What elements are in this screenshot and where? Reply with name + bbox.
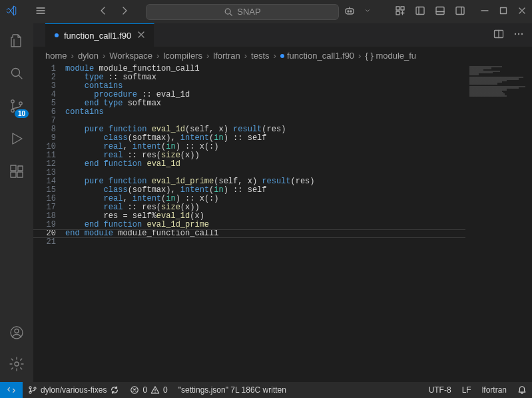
code-line[interactable]: end type softmax <box>65 99 465 108</box>
breadcrumb-symbol[interactable]: { } module_fu <box>365 51 416 61</box>
copilot-icon[interactable] <box>344 5 355 18</box>
activity-extensions[interactable] <box>9 163 25 181</box>
activity-search[interactable] <box>9 65 25 83</box>
chevron-right-icon: › <box>358 51 361 61</box>
code-content[interactable]: module module_function_call1 type :: sof… <box>65 63 465 382</box>
app-menu-icon[interactable] <box>35 5 46 18</box>
vscode-logo-icon <box>5 5 17 19</box>
svg-point-2 <box>348 11 349 12</box>
chevron-right-icon: › <box>156 51 159 61</box>
sync-icon <box>110 385 119 395</box>
svg-rect-8 <box>436 7 444 15</box>
svg-point-24 <box>518 33 519 35</box>
tab-close-icon[interactable] <box>136 30 146 41</box>
search-placeholder: SNAP <box>237 7 260 17</box>
nav-forward-icon[interactable] <box>119 5 130 18</box>
code-line[interactable]: end module module_function_call1 <box>65 229 465 238</box>
svg-rect-7 <box>416 7 424 15</box>
svg-rect-10 <box>501 8 507 14</box>
chevron-down-icon[interactable] <box>364 5 371 18</box>
problems-item[interactable]: 0 0 <box>125 382 172 398</box>
line-number-gutter: 123456789101112131415161718192021 <box>33 63 65 382</box>
command-center-search[interactable]: SNAP <box>146 4 339 20</box>
warning-count: 0 <box>163 385 168 395</box>
window-minimize-icon[interactable] <box>480 6 489 17</box>
svg-rect-1 <box>346 9 354 14</box>
more-actions-icon[interactable] <box>513 29 524 41</box>
code-line[interactable]: type :: softmax <box>65 73 465 82</box>
chevron-right-icon: › <box>71 51 74 61</box>
breadcrumb-item[interactable]: lfortran <box>213 51 240 61</box>
svg-point-0 <box>225 9 230 14</box>
nav-back-icon[interactable] <box>98 5 109 18</box>
editor-area: function_call1.f90 home›dylon›Workspace›… <box>33 23 532 382</box>
encoding-item[interactable]: UTF-8 <box>423 385 457 395</box>
git-branch-item[interactable]: dylon/various-fixes <box>23 382 125 398</box>
chevron-right-icon: › <box>244 51 247 61</box>
toggle-sidebar-icon[interactable] <box>415 5 425 18</box>
scm-badge: 10 <box>15 109 29 118</box>
svg-point-20 <box>15 329 19 333</box>
svg-rect-5 <box>401 7 404 10</box>
breadcrumb-item[interactable]: lcompilers <box>163 51 202 61</box>
chevron-right-icon: › <box>206 51 209 61</box>
layout-customize-icon[interactable] <box>395 5 405 18</box>
titlebar: SNAP <box>0 0 532 23</box>
branch-name: dylon/various-fixes <box>41 385 107 395</box>
code-line[interactable]: contains <box>65 108 465 117</box>
toggle-panel-icon[interactable] <box>435 5 445 18</box>
status-message: "settings.json" 7L 186C written <box>173 382 292 398</box>
remote-indicator[interactable] <box>0 382 23 398</box>
svg-point-12 <box>11 100 14 103</box>
breadcrumb-item[interactable]: dylon <box>78 51 99 61</box>
code-line[interactable] <box>65 238 465 247</box>
tab-bar: function_call1.f90 <box>33 23 532 47</box>
window-close-icon[interactable] <box>517 6 527 17</box>
svg-rect-9 <box>456 7 464 15</box>
svg-rect-16 <box>11 172 16 177</box>
minimap[interactable] <box>465 63 532 382</box>
activity-settings[interactable] <box>9 356 25 374</box>
error-count: 0 <box>142 385 147 395</box>
search-icon <box>224 7 233 17</box>
warning-icon <box>150 385 160 395</box>
svg-rect-6 <box>396 11 399 15</box>
tab-active[interactable]: function_call1.f90 <box>45 23 154 47</box>
chevron-right-icon: › <box>274 51 276 61</box>
activity-explorer[interactable] <box>9 33 25 51</box>
svg-rect-4 <box>396 7 399 10</box>
svg-point-13 <box>11 109 14 112</box>
svg-rect-15 <box>11 165 16 171</box>
error-icon <box>130 385 139 395</box>
svg-point-3 <box>350 11 352 12</box>
activity-run-debug[interactable] <box>9 131 25 149</box>
breadcrumb-item[interactable]: home <box>45 51 67 61</box>
toggle-right-sidebar-icon[interactable] <box>455 5 465 18</box>
main-area: 10 function_call1.f90 home›dylon›Workspa… <box>0 23 532 382</box>
activity-source-control[interactable]: 10 <box>9 98 25 116</box>
tab-label: function_call1.f90 <box>64 31 131 41</box>
activity-accounts[interactable] <box>9 325 25 343</box>
language-mode-item[interactable]: lfortran <box>477 385 512 395</box>
svg-point-23 <box>515 33 516 35</box>
breadcrumb-file[interactable]: function_call1.f90 <box>280 51 354 61</box>
editor-body[interactable]: 123456789101112131415161718192021 module… <box>33 63 532 382</box>
file-icon <box>55 33 59 37</box>
symbol-brace-icon: { } <box>365 51 376 61</box>
svg-point-14 <box>19 102 22 105</box>
eol-item[interactable]: LF <box>457 385 477 395</box>
file-icon <box>280 54 284 58</box>
activity-bar: 10 <box>0 23 33 382</box>
split-editor-icon[interactable] <box>493 29 504 41</box>
svg-rect-17 <box>17 172 23 177</box>
breadcrumb-item[interactable]: Workspace <box>109 51 152 61</box>
statusbar: dylon/various-fixes 0 0 "settings.json" … <box>0 382 532 398</box>
svg-rect-18 <box>18 166 23 171</box>
breadcrumbs[interactable]: home›dylon›Workspace›lcompilers›lfortran… <box>33 47 532 63</box>
window-maximize-icon[interactable] <box>499 6 508 17</box>
chevron-right-icon: › <box>103 51 105 61</box>
code-line[interactable]: end function eval_1d <box>65 160 465 169</box>
breadcrumb-item[interactable]: tests <box>251 51 269 61</box>
notifications-icon[interactable] <box>512 385 532 395</box>
svg-point-21 <box>15 362 19 366</box>
